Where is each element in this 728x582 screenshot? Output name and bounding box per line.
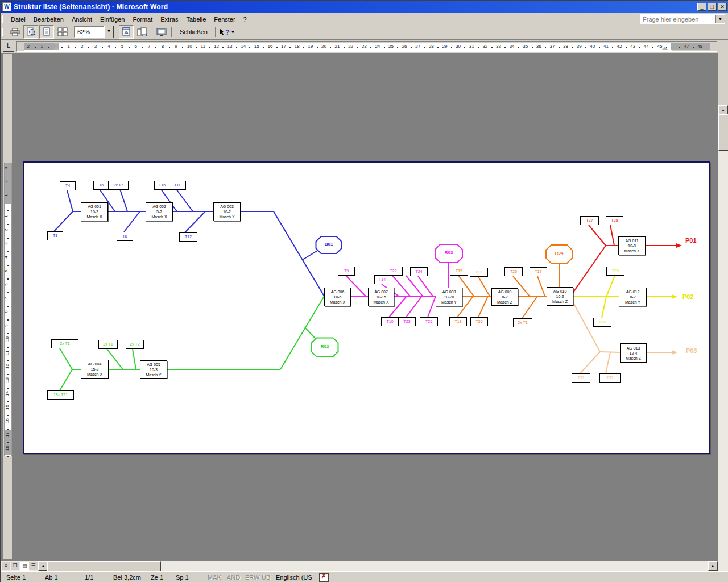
t-box-t16: T16 — [154, 181, 170, 190]
restore-button[interactable]: ❐ — [708, 3, 717, 11]
chevron-down-icon[interactable]: ▼ — [715, 15, 725, 23]
status-seite1: Seite 1 — [6, 574, 26, 581]
zoom-dropdown-arrow-icon[interactable]: ▼ — [104, 26, 114, 38]
normal-view-button[interactable]: ≡ — [2, 562, 10, 570]
question-input[interactable]: Frage hier eingeben ▼ — [640, 14, 725, 24]
ruler-number: 11 — [201, 44, 205, 49]
ruler-number: 13 — [228, 44, 233, 49]
scroll-up-button[interactable]: ▲ — [718, 105, 728, 115]
octagon-label-r02: R02 — [312, 344, 338, 349]
ruler-number: 31 — [469, 44, 474, 49]
ruler-number: 1 — [40, 44, 43, 49]
status-mode-erw[interactable]: ERW — [245, 574, 259, 581]
multiple-pages-icon — [57, 27, 68, 36]
hanging-indent-marker[interactable] — [53, 47, 59, 50]
ruler-number: 2 — [3, 180, 9, 182]
web-layout-view-button[interactable]: ❐ — [11, 562, 19, 570]
diagram-line — [606, 352, 610, 373]
ruler-number: 26 — [402, 44, 407, 49]
t-box-t13: T13 — [470, 268, 488, 277]
ruler-number: 13 — [5, 377, 10, 383]
ruler-number: 28 — [429, 44, 434, 49]
first-line-indent-marker[interactable] — [53, 43, 59, 46]
ruler-number: 18 — [5, 446, 10, 451]
octagon-label-r03: R03 — [435, 250, 462, 255]
ruler-toggle-button[interactable] — [119, 25, 134, 39]
ruler-number: 43 — [630, 44, 635, 49]
printer-icon — [10, 28, 20, 36]
ag-007-box: AG 00710-15Masch X — [368, 288, 394, 306]
ruler-number: 32 — [482, 44, 487, 49]
t-box-t26: T26 — [470, 317, 488, 326]
horizontal-scrollbar[interactable]: ≡ ❐ ▤ ☰ ◄ ► — [1, 561, 728, 571]
ag-005-box: AG 00510-3Masch Y — [140, 360, 167, 379]
minimize-button[interactable]: _ — [697, 3, 706, 11]
ruler-number: 5 — [121, 44, 123, 49]
ruler-number: 14 — [241, 44, 246, 49]
menu-item-einfgen[interactable]: Einfügen — [96, 15, 129, 24]
status-mode-b[interactable]: ÜB — [262, 574, 270, 581]
vertical-ruler[interactable]: 321123456789101112131415161718 — [3, 54, 12, 559]
title-bar: W Struktur liste (Seitenansicht) - Micro… — [1, 1, 728, 13]
document-area: 321123456789101112131415161718 B01R02R03… — [1, 53, 718, 561]
scroll-right-button[interactable]: ► — [708, 561, 718, 571]
right-indent-marker[interactable] — [662, 47, 668, 50]
scroll-left-button[interactable]: ◄ — [38, 561, 48, 571]
diagram-line — [478, 296, 488, 317]
outline-view-button[interactable]: ☰ — [29, 562, 38, 570]
arrowhead-icon — [672, 350, 677, 355]
horizontal-ruler[interactable]: 2112345678910111213141516171819202122232… — [16, 41, 717, 52]
menu-item-datei[interactable]: Datei — [7, 15, 30, 24]
menu-item-bearbeiten[interactable]: Bearbeiten — [30, 15, 68, 24]
menu-item-tabelle[interactable]: Tabelle — [182, 15, 210, 24]
t-box-t28: T28 — [606, 216, 623, 225]
ruler-number: 8 — [162, 44, 164, 49]
ruler-number: 25 — [388, 44, 394, 49]
ag-008-box: AG 00810-20Masch Y — [436, 288, 462, 306]
toolbar-grip-2[interactable] — [2, 28, 5, 36]
help-dropdown-icon: ▼ — [231, 30, 235, 34]
diagram-line — [60, 348, 72, 369]
zoom-select[interactable]: 62% — [74, 26, 104, 38]
one-page-button[interactable] — [39, 25, 54, 39]
shrink-to-fit-button[interactable] — [135, 25, 150, 39]
menu-item-[interactable]: ? — [239, 15, 251, 24]
ruler-number: 12 — [214, 44, 219, 49]
ruler-number: 10 — [5, 336, 10, 342]
status-mode-nd[interactable]: ÄND — [227, 574, 240, 581]
menu-item-fenster[interactable]: Fenster — [210, 15, 239, 24]
t-box-t17: T17 — [530, 267, 547, 276]
print-layout-view-button[interactable]: ▤ — [20, 562, 30, 571]
full-screen-button[interactable] — [154, 25, 169, 39]
ruler-number: 16 — [5, 418, 10, 423]
t-box-2xt7: 2x T7 — [108, 181, 129, 190]
menu-item-format[interactable]: Format — [129, 15, 156, 24]
multiple-pages-button[interactable] — [55, 25, 70, 39]
schliessen-button[interactable]: Schließen — [175, 24, 213, 40]
t-box-2xt2: 2x T2 — [126, 340, 144, 349]
t-box-t20: T20 — [504, 267, 523, 276]
arrowhead-icon — [676, 243, 682, 248]
menu-item-extras[interactable]: Extras — [156, 15, 182, 24]
horizontal-scroll-thumb[interactable] — [47, 561, 161, 572]
ruler-number: 39 — [577, 44, 582, 49]
tab-selector-button[interactable]: L — [3, 41, 14, 52]
toolbar-grip[interactable] — [2, 15, 5, 23]
t-box-2xt1: 2x T1 — [513, 318, 532, 327]
diagram-line — [67, 190, 73, 211]
menu-item-ansicht[interactable]: Ansicht — [68, 15, 96, 24]
ruler-number: 44 — [644, 44, 649, 49]
ruler-number: 20 — [321, 44, 326, 49]
print-button[interactable] — [7, 25, 22, 39]
t-box-t24: T24 — [410, 267, 428, 276]
close-button[interactable]: ✕ — [718, 3, 727, 11]
t-box-t23: T23 — [398, 317, 416, 326]
help-button[interactable]: ? ▼ — [218, 25, 235, 39]
diagram-line — [589, 225, 606, 246]
diagram-line — [274, 211, 324, 296]
diagram-line — [60, 369, 72, 390]
vertical-scrollbar[interactable]: ▲ ▼ ▲ ● ▼ — [718, 105, 728, 582]
magnifier-button[interactable] — [23, 25, 38, 39]
vertical-scroll-thumb[interactable] — [718, 114, 728, 151]
status-mode-mak[interactable]: MAK — [208, 574, 221, 581]
